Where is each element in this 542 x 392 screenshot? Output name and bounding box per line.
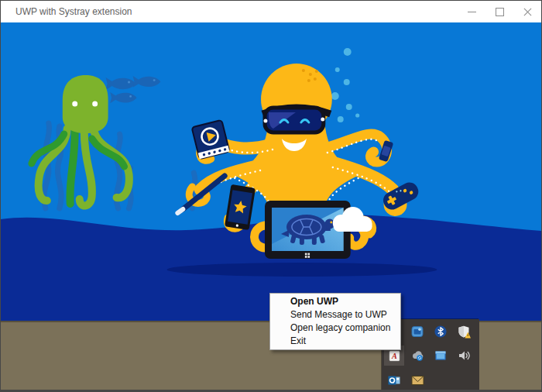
turtle-eye xyxy=(330,222,332,224)
maximize-icon xyxy=(496,8,504,16)
svg-text:A: A xyxy=(391,352,397,360)
tray-icon-volume[interactable] xyxy=(454,346,474,366)
tray-icon-bluetooth[interactable] xyxy=(431,322,451,342)
legacy-companion-icon: A xyxy=(389,350,400,362)
tray-icon-outlook[interactable] xyxy=(384,370,404,390)
window-app-icon xyxy=(434,349,447,362)
bluetooth-icon xyxy=(434,325,447,338)
mail-envelope-icon xyxy=(411,375,424,386)
menu-item-open-uwp[interactable]: Open UWP xyxy=(270,295,400,308)
window-controls xyxy=(458,1,541,22)
vr-goggles xyxy=(262,108,331,132)
close-button[interactable] xyxy=(513,1,541,22)
volume-icon xyxy=(458,349,471,362)
close-icon xyxy=(523,8,532,16)
minimize-button[interactable] xyxy=(458,1,485,22)
green-octopus-eye xyxy=(92,101,98,107)
tray-context-menu: Open UWP Send Message to UWP Open legacy… xyxy=(269,293,401,350)
media-player xyxy=(192,120,230,159)
titlebar[interactable]: UWP with Systray extension xyxy=(1,1,541,22)
window-title: UWP with Systray extension xyxy=(15,6,132,17)
minimize-icon xyxy=(468,12,476,12)
tray-icon-onedrive[interactable] xyxy=(407,346,427,366)
tray-icon-uwp-app[interactable] xyxy=(407,322,427,342)
outlook-icon xyxy=(388,374,400,387)
tray-icon-defender[interactable] xyxy=(454,322,474,342)
menu-item-open-legacy[interactable]: Open legacy companion xyxy=(270,322,400,335)
maximize-button[interactable] xyxy=(485,1,513,22)
defender-shield-icon xyxy=(458,325,471,339)
onedrive-icon xyxy=(411,349,424,362)
menu-item-exit[interactable]: Exit xyxy=(270,335,400,348)
tray-icon-mail[interactable] xyxy=(407,370,427,390)
app-window: UWP with Systray extension xyxy=(0,0,542,392)
green-octopus-eye xyxy=(72,101,77,107)
uwp-app-icon xyxy=(411,325,424,338)
floor-shadow xyxy=(166,263,437,277)
menu-item-send-message[interactable]: Send Message to UWP xyxy=(270,308,400,322)
tray-icon-window-app[interactable] xyxy=(431,346,451,366)
